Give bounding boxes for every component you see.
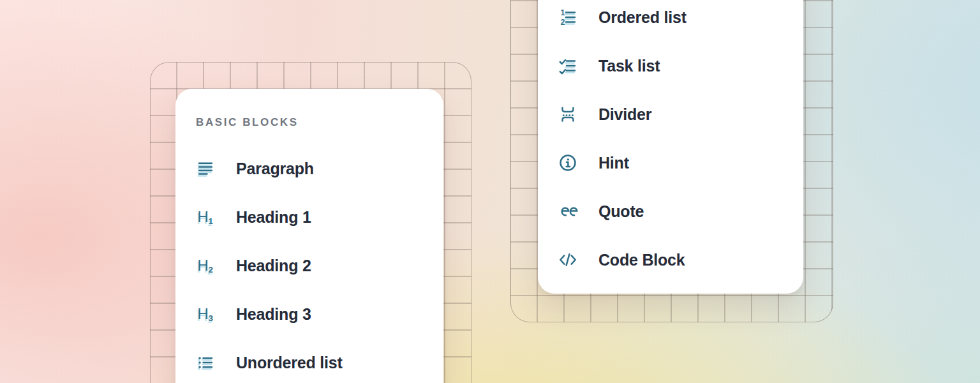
menu-item-hint[interactable]: Hint	[538, 139, 803, 187]
code-block-icon	[557, 249, 579, 271]
menu-item-divider[interactable]: Divider	[538, 90, 803, 139]
menu-item-label: Divider	[598, 105, 651, 124]
svg-text:1: 1	[561, 8, 565, 17]
menu-item-code-block[interactable]: Code Block	[538, 236, 803, 284]
blocks-menu-continued: 12 Ordered list Task list	[538, 0, 803, 294]
hint-icon	[557, 152, 579, 174]
menu-item-label: Heading 3	[236, 305, 311, 324]
heading-1-icon: H1 H1	[195, 206, 216, 228]
svg-text:H: H	[198, 208, 209, 225]
heading-2-icon: H2 H2	[195, 255, 216, 276]
menu-item-label: Heading 1	[236, 208, 311, 227]
divider-icon	[557, 103, 579, 125]
editor-block-menu-illustration: BASIC BLOCKS Paragraph H1 H1	[0, 0, 980, 383]
menu-item-unordered-list[interactable]: Unordered list	[175, 338, 443, 383]
menu-item-label: Hint	[598, 154, 629, 172]
menu-item-label: Ordered list	[598, 8, 687, 27]
menu-item-heading-2[interactable]: H2 H2 Heading 2	[175, 241, 443, 290]
menu-item-heading-3[interactable]: H3 H3 Heading 3	[175, 290, 443, 338]
menu-item-label: Paragraph	[236, 160, 314, 178]
svg-text:H: H	[198, 305, 209, 322]
menu-item-label: Heading 2	[236, 257, 311, 275]
basic-blocks-menu: BASIC BLOCKS Paragraph H1 H1	[175, 89, 443, 383]
paragraph-icon	[195, 158, 216, 179]
section-label: BASIC BLOCKS	[196, 112, 424, 133]
menu-item-task-list[interactable]: Task list	[538, 41, 803, 90]
heading-3-icon: H3 H3	[195, 303, 216, 325]
svg-text:2: 2	[209, 265, 214, 274]
menu-item-paragraph[interactable]: Paragraph	[175, 144, 443, 193]
unordered-list-icon	[195, 352, 216, 373]
menu-item-ordered-list[interactable]: 12 Ordered list	[538, 0, 803, 41]
menu-list: Paragraph H1 H1 Heading 1 H2 H2	[175, 144, 443, 383]
svg-text:H: H	[198, 257, 209, 274]
quote-icon	[557, 200, 579, 222]
menu-item-heading-1[interactable]: H1 H1 Heading 1	[175, 193, 443, 241]
menu-item-quote[interactable]: Quote	[538, 187, 803, 236]
menu-item-label: Task list	[598, 57, 660, 75]
task-list-icon	[557, 55, 579, 77]
menu-item-label: Quote	[598, 202, 644, 221]
menu-item-label: Code Block	[598, 251, 685, 269]
ordered-list-icon: 12	[557, 6, 579, 28]
menu-item-label: Unordered list	[236, 354, 343, 372]
menu-list: 12 Ordered list Task list	[538, 0, 803, 284]
svg-text:1: 1	[209, 216, 214, 226]
svg-text:2: 2	[561, 18, 565, 27]
svg-text:3: 3	[209, 313, 214, 323]
